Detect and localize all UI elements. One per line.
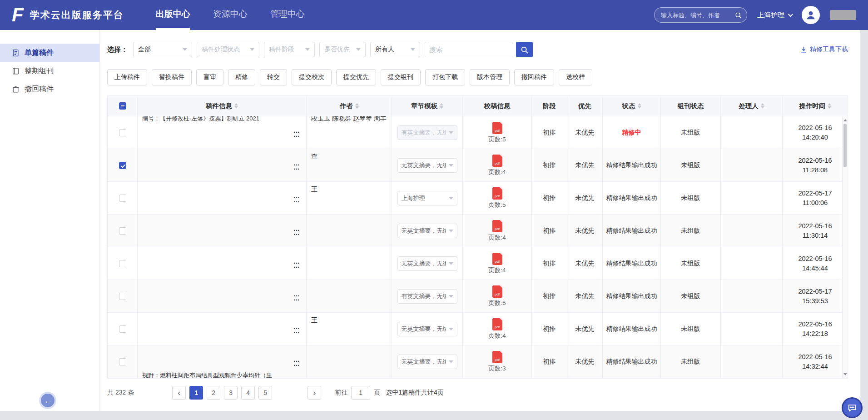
scroll-down-icon[interactable] (843, 371, 848, 377)
transfer-button[interactable]: 转交 (260, 69, 287, 85)
chapter-template-value: 无英文摘要，无编 (402, 358, 446, 366)
pdf-file-icon[interactable]: pdf (492, 253, 502, 265)
sidebar-item-full-issue[interactable]: 整期组刊 (0, 62, 99, 80)
chapter-template-select[interactable]: 无英文摘要，无编 (397, 256, 457, 271)
package-download-button[interactable]: 打包下载 (425, 69, 465, 85)
authors-cell (307, 215, 392, 247)
chapter-template-select[interactable]: 无英文摘要，无编 (397, 158, 457, 173)
sort-icon[interactable] (761, 103, 764, 109)
withdraw-manuscript-button[interactable]: 撤回稿件 (514, 69, 554, 85)
authors-text: 查 (311, 152, 389, 161)
chapter-template-select[interactable]: 上海护理 (397, 191, 457, 205)
proof-info-cell: pdf 页数:3 (463, 345, 532, 378)
table-row: …… 查 无英文摘要，无编 pdf 页数:4 初排 未优先 精修结果输出成功 未… (108, 149, 848, 182)
column-header[interactable]: 操作时间 (783, 96, 848, 116)
chat-support-button[interactable] (842, 397, 863, 418)
sort-icon[interactable] (234, 103, 238, 109)
blind-review-button[interactable]: 盲审 (196, 69, 223, 85)
handler-cell (721, 182, 783, 214)
chapter-template-select[interactable]: 有英文摘要，无编 (397, 125, 457, 140)
row-checkbox[interactable] (119, 227, 126, 235)
nav-resource-center[interactable]: 资源中心 (213, 0, 248, 30)
row-checkbox[interactable] (119, 325, 126, 333)
handler-cell (721, 313, 783, 345)
page-button-5[interactable]: 5 (258, 386, 272, 400)
pdf-file-icon[interactable]: pdf (492, 220, 502, 232)
row-checkbox[interactable] (119, 293, 126, 300)
pdf-file-icon[interactable]: pdf (492, 318, 502, 330)
page-button-2[interactable]: 2 (207, 386, 220, 400)
pdf-file-icon[interactable]: pdf (492, 122, 502, 134)
filter-search-button[interactable] (516, 42, 533, 57)
upload-manuscript-button[interactable]: 上传稿件 (107, 69, 147, 85)
column-header[interactable]: 稿件信息 (138, 96, 307, 116)
page-button-1[interactable]: 1 (189, 386, 203, 400)
table-scrollbar[interactable] (842, 117, 848, 378)
refine-button[interactable]: 精修 (228, 69, 255, 85)
column-header[interactable]: 章节模板 (392, 96, 463, 116)
sort-icon[interactable] (355, 103, 359, 109)
chapter-template-cell: 上海护理 (392, 182, 463, 214)
column-header[interactable]: 状态 (603, 96, 661, 116)
column-label: 状态 (622, 102, 635, 110)
pdf-file-icon[interactable]: pdf (492, 155, 502, 167)
column-header[interactable]: 阶段 (532, 96, 567, 116)
row-checkbox[interactable] (119, 260, 126, 267)
filter-select-owner[interactable]: 所有人 (370, 42, 420, 57)
column-header[interactable]: 处理人 (721, 96, 783, 116)
column-header[interactable]: 组刊状态 (661, 96, 721, 116)
row-checkbox[interactable] (119, 195, 126, 202)
nav-publish-center[interactable]: 出版中心 (156, 0, 190, 30)
nav-admin-center[interactable]: 管理中心 (270, 0, 305, 30)
collapse-back-button[interactable]: ← (41, 394, 55, 407)
prev-page-button[interactable]: ‹ (172, 386, 186, 400)
refine-tool-download-link[interactable]: 精修工具下载 (800, 45, 848, 54)
pdf-file-icon[interactable]: pdf (492, 285, 502, 298)
select-all-checkbox[interactable] (119, 102, 126, 110)
version-manage-button[interactable]: 版本管理 (470, 69, 510, 85)
row-checkbox[interactable] (119, 162, 126, 169)
org-selector[interactable]: 上海护理 (757, 11, 792, 20)
avatar[interactable] (802, 6, 820, 24)
app-logo-icon: F (12, 5, 23, 25)
filter-select-process-status[interactable]: 稿件处理状态 (197, 42, 259, 57)
page-button-4[interactable]: 4 (241, 386, 255, 400)
chapter-template-select[interactable]: 无英文摘要，无编 (397, 224, 457, 238)
submit-proof-button[interactable]: 提交校次 (292, 69, 332, 85)
row-checkbox[interactable] (119, 129, 126, 136)
send-proof-button[interactable]: 送校样 (559, 69, 592, 85)
sort-icon[interactable] (638, 103, 641, 109)
submit-issue-button[interactable]: 提交组刊 (381, 69, 421, 85)
sort-icon[interactable] (440, 103, 443, 109)
filter-label: 选择： (107, 45, 128, 54)
ellipsis: …… (293, 227, 300, 235)
row-checkbox[interactable] (119, 358, 126, 365)
status-cell: 精修结果输出成功 (603, 247, 661, 280)
submit-priority-button[interactable]: 提交优先 (336, 69, 376, 85)
search-icon[interactable] (735, 12, 742, 19)
filter-search-input[interactable] (425, 42, 513, 57)
filter-select-priority[interactable]: 是否优先 (319, 42, 366, 57)
filter-select-stage[interactable]: 稿件阶段 (264, 42, 315, 57)
scrollbar-thumb[interactable] (843, 124, 847, 167)
pdf-file-icon[interactable]: pdf (492, 187, 502, 200)
sidebar-item-single-manuscript[interactable]: 单篇稿件 (0, 44, 99, 62)
page-button-3[interactable]: 3 (224, 386, 238, 400)
filter-select-all[interactable]: 全部 (133, 42, 192, 57)
chapter-template-select[interactable]: 有英文摘要，无编 (397, 289, 457, 304)
sort-icon[interactable] (828, 103, 831, 109)
scroll-up-icon[interactable] (843, 117, 848, 123)
next-page-button[interactable]: › (308, 386, 321, 400)
checkbox-cell (108, 215, 138, 247)
pdf-file-icon[interactable]: pdf (492, 351, 502, 363)
goto-page-input[interactable] (351, 386, 370, 400)
column-header[interactable]: 作者 (307, 96, 392, 116)
issue-status-cell: 未组版 (661, 215, 721, 247)
column-header[interactable]: 优先 (567, 96, 603, 116)
column-header[interactable]: 校稿信息 (463, 96, 532, 116)
chapter-template-select[interactable]: 无英文摘要，无编 (397, 322, 457, 336)
sidebar-item-withdraw-manuscript[interactable]: 撤回稿件 (0, 80, 99, 98)
chapter-template-select[interactable]: 无英文摘要，无编 (397, 355, 457, 369)
header-search[interactable] (654, 7, 747, 23)
replace-manuscript-button[interactable]: 替换稿件 (152, 69, 192, 85)
